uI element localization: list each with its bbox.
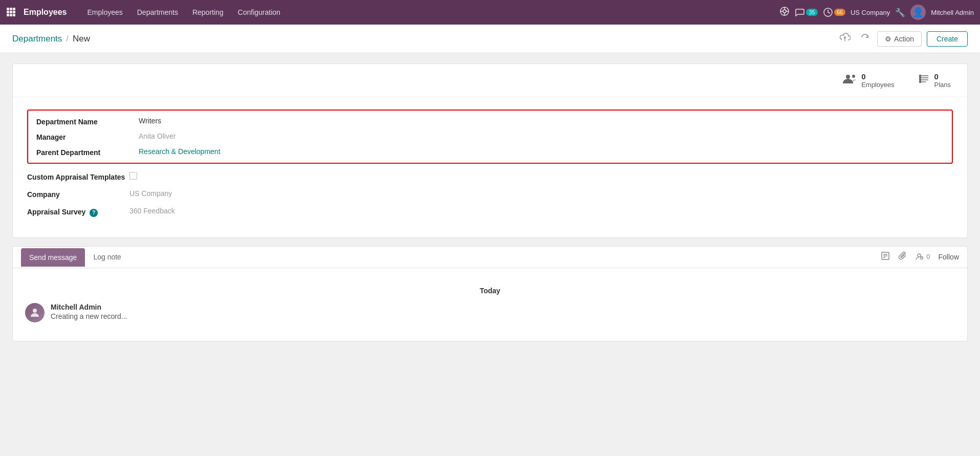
employees-stat-btn[interactable]: 0 Employees: [837, 70, 900, 91]
svg-point-24: [920, 77, 921, 79]
nav-employees[interactable]: Employees: [81, 5, 128, 19]
support-icon[interactable]: [779, 6, 790, 19]
company-name: US Company: [851, 9, 890, 16]
custom-appraisal-checkbox-wrapper: [129, 172, 137, 180]
create-button[interactable]: Create: [927, 31, 968, 47]
message-author: Mitchell Admin: [51, 303, 955, 311]
chat-badge[interactable]: 35: [795, 7, 817, 17]
employees-count: 0: [861, 72, 894, 81]
company-label: Company: [27, 189, 129, 199]
chat-count: 35: [806, 9, 817, 16]
svg-point-18: [852, 75, 855, 78]
top-nav: Employees Employees Departments Reportin…: [0, 0, 980, 25]
form-card-header: 0 Employees 0 Plans: [13, 64, 967, 97]
dept-name-group: Department Name Writers: [36, 117, 944, 126]
chatter-tabs: Send message Log note: [13, 247, 967, 268]
manager-value[interactable]: Anita Oliver: [139, 132, 176, 140]
svg-point-17: [846, 75, 850, 79]
chatter-card: Send message Log note: [12, 246, 968, 341]
custom-appraisal-checkbox[interactable]: [129, 172, 137, 180]
breadcrumb: Departments / New: [12, 34, 837, 44]
svg-rect-0: [7, 8, 9, 10]
activity-count: 66: [834, 9, 845, 16]
dept-name-label: Department Name: [36, 117, 139, 126]
toolbar-right: ⚙ Action Create: [837, 30, 968, 48]
gear-icon: ⚙: [885, 35, 891, 43]
svg-rect-6: [7, 14, 9, 16]
svg-point-26: [920, 81, 921, 83]
nav-reporting[interactable]: Reporting: [186, 5, 230, 19]
refresh-icon[interactable]: [858, 30, 872, 47]
message-row: Mitchell Admin Creating a new record...: [25, 303, 955, 322]
breadcrumb-current: New: [73, 34, 90, 44]
breadcrumb-separator: /: [66, 34, 69, 44]
manager-label: Manager: [36, 132, 139, 141]
nav-right: 35 66 US Company 🔧 👤 Mitchell Admin: [779, 5, 974, 20]
message-avatar: [25, 303, 45, 322]
followers-count: 0: [916, 253, 930, 262]
follow-button[interactable]: Follow: [939, 253, 959, 261]
svg-point-23: [920, 75, 921, 77]
activity-badge[interactable]: 66: [823, 7, 845, 17]
action-button[interactable]: ⚙ Action: [877, 31, 922, 47]
svg-rect-1: [10, 8, 12, 10]
user-avatar[interactable]: 👤: [910, 5, 926, 20]
plans-label: Plans: [934, 81, 951, 89]
chatter-tab-right: 0 Follow: [881, 251, 959, 263]
parent-dept-value[interactable]: Research & Development: [139, 147, 221, 156]
appraisal-survey-group: Appraisal Survey ? 360 Feedback: [27, 207, 953, 217]
company-value[interactable]: US Company: [129, 189, 172, 198]
tab-log-note[interactable]: Log note: [85, 247, 129, 268]
nav-menu: Employees Departments Reporting Configur…: [81, 5, 775, 19]
plans-stat-btn[interactable]: 0 Plans: [912, 70, 957, 91]
svg-rect-4: [10, 11, 12, 13]
svg-point-35: [33, 309, 37, 313]
note-icon[interactable]: [881, 251, 890, 263]
parent-dept-label: Parent Department: [36, 147, 139, 157]
action-label: Action: [894, 35, 914, 43]
svg-rect-3: [7, 11, 9, 13]
appraisal-survey-value[interactable]: 360 Feedback: [129, 207, 175, 215]
save-cloud-icon[interactable]: [837, 30, 853, 48]
breadcrumb-parent[interactable]: Departments: [12, 34, 62, 44]
plans-icon: [919, 73, 930, 88]
form-body: Department Name Writers Manager Anita Ol…: [13, 97, 967, 237]
nav-departments[interactable]: Departments: [131, 5, 184, 19]
user-name: Mitchell Admin: [931, 9, 974, 16]
wrench-icon[interactable]: 🔧: [895, 8, 905, 17]
svg-rect-2: [13, 8, 15, 10]
tab-send-message[interactable]: Send message: [21, 248, 85, 267]
company-group: Company US Company: [27, 189, 953, 199]
main-content: 0 Employees 0 Plans: [0, 53, 980, 352]
svg-point-25: [920, 79, 921, 81]
svg-rect-8: [13, 14, 15, 16]
parent-dept-group: Parent Department Research & Development: [36, 147, 944, 157]
grid-icon[interactable]: [6, 7, 15, 18]
toolbar: Departments / New ⚙ Action Create: [0, 25, 980, 53]
avatar-inner: [25, 303, 45, 322]
manager-group: Manager Anita Oliver: [36, 132, 944, 141]
message-text: Creating a new record...: [51, 312, 955, 320]
dept-name-value[interactable]: Writers: [139, 117, 161, 125]
form-highlight-section: Department Name Writers Manager Anita Ol…: [27, 110, 953, 164]
svg-point-31: [918, 254, 921, 257]
attach-icon[interactable]: [898, 251, 907, 263]
employees-label: Employees: [861, 81, 894, 89]
plans-count: 0: [934, 72, 951, 81]
employees-stat-info: 0 Employees: [861, 72, 894, 89]
appraisal-survey-label: Appraisal Survey ?: [27, 207, 129, 217]
svg-rect-7: [10, 14, 12, 16]
plans-stat-info: 0 Plans: [934, 72, 951, 89]
message-content: Mitchell Admin Creating a new record...: [51, 303, 955, 322]
help-icon[interactable]: ?: [90, 209, 98, 217]
chatter-body: Today Mitchell Admin Creating a new reco…: [13, 268, 967, 341]
nav-configuration[interactable]: Configuration: [232, 5, 287, 19]
app-title: Employees: [24, 8, 67, 17]
date-separator: Today: [25, 287, 955, 295]
employees-icon: [843, 73, 857, 88]
custom-appraisal-group: Custom Appraisal Templates: [27, 172, 953, 181]
svg-point-10: [783, 10, 786, 13]
custom-appraisal-label: Custom Appraisal Templates: [27, 172, 129, 181]
form-card: 0 Employees 0 Plans: [12, 63, 968, 238]
svg-rect-5: [13, 11, 15, 13]
